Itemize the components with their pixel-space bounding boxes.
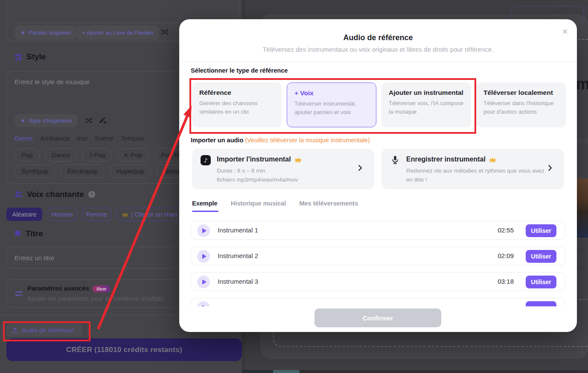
shuffle-icon[interactable] [161, 28, 169, 36]
inspired-lyrics-label: Paroles Inspirées [29, 29, 71, 36]
play-icon [202, 228, 207, 233]
play-icon [202, 279, 207, 285]
active-tab-underline [192, 211, 218, 212]
voice-male-button[interactable]: Homme [48, 208, 77, 221]
tag-electropop[interactable]: Électropop [60, 164, 105, 178]
play-icon [202, 305, 207, 306]
shuffle-icon[interactable] [85, 117, 93, 124]
library-tabs: Exemple Historique musical Mes téléverse… [192, 200, 358, 207]
record-instrumental-card[interactable]: Enregistrer instrumental Redonnez vie au… [381, 149, 564, 189]
background-text-fragment-2: me [577, 246, 588, 253]
play-button[interactable] [197, 250, 210, 263]
style-section-heading: Style [14, 52, 46, 62]
crown-icon [294, 156, 302, 162]
play-button[interactable] [197, 276, 210, 288]
track-row-3: Instrumental 3 03:18 Utiliser [191, 272, 565, 291]
microphone-icon [390, 155, 400, 164]
background-text-fragment-3: ur c [577, 255, 588, 262]
voice-random-button[interactable]: Aléatoire [6, 208, 42, 221]
reference-audio-modal: × Audio de référence Téléversez des inst… [179, 19, 577, 332]
tab-tempos[interactable]: Tempos [121, 135, 144, 142]
tab-example[interactable]: Exemple [192, 200, 218, 207]
inspired-lyrics-button[interactable]: Paroles Inspirées [15, 26, 77, 40]
use-button[interactable]: Utiliser [526, 224, 556, 237]
tab-music-history[interactable]: Historique musical [231, 200, 286, 207]
chevron-right-icon [546, 164, 554, 172]
add-to-lyricbook-button[interactable]: + Ajouter au Livre de Paroles [76, 26, 159, 40]
create-button[interactable]: CRÉER (118010 crédits restants) [6, 338, 242, 361]
track-row-4-partial [191, 298, 565, 306]
use-button[interactable] [526, 301, 556, 306]
advanced-settings-subtitle: Ajuster les paramètres pour de meilleurs… [27, 295, 163, 302]
background-heading-fragment: mu [576, 75, 588, 93]
tag-dance[interactable]: Dance [45, 148, 77, 162]
sliders-icon [14, 289, 23, 298]
use-button[interactable]: Utiliser [526, 276, 556, 288]
style-placeholder: Entrez le style de musique [15, 78, 90, 85]
modal-title: Audio de référence [179, 33, 577, 42]
app-root: Paroles Inspirées + Ajouter au Livre de … [0, 0, 588, 373]
bottom-strip-dark [242, 370, 273, 373]
background-outlined-button-2[interactable] [585, 6, 588, 24]
crown-icon [489, 156, 496, 162]
tag-synthpop[interactable]: Synthpop [15, 164, 55, 178]
modal-subtitle: Téléversez des instrumentaux ou voix ori… [179, 46, 577, 53]
new-badge: New [93, 285, 110, 292]
sparkle-icon [20, 118, 26, 123]
tab-genre[interactable]: Genre [15, 135, 33, 142]
track-row-1: Instrumental 1 02:55 Utiliser [191, 221, 565, 240]
crown-icon [122, 211, 128, 217]
tag-jpop[interactable]: J-Pop [82, 148, 112, 162]
edit-pen-icon[interactable] [99, 116, 107, 124]
tab-inst[interactable]: Inst [77, 135, 87, 142]
title-section-heading: Titre [14, 229, 43, 238]
sparkle-icon [20, 30, 26, 35]
type-section-label: Sélectionner le type de référence [191, 67, 288, 74]
style-category-tabs: Genre Ambiance Inst Scène Tempos [15, 135, 144, 142]
style-inspiration-button[interactable]: Style d'inspiration [15, 114, 77, 127]
divider [179, 62, 577, 62]
play-button[interactable] [197, 224, 210, 237]
bottom-strip [300, 370, 588, 373]
type-card-upload-local[interactable]: Téléverser localement Téléverser dans l'… [476, 82, 566, 127]
play-button[interactable] [197, 301, 210, 306]
dashed-line-fragment [578, 39, 588, 40]
tag-hyperpop[interactable]: Hyperpop [110, 164, 151, 178]
tag-kpop[interactable]: K-Pop [117, 148, 149, 162]
voice-female-button[interactable]: Femme [82, 208, 111, 221]
tab-my-uploads[interactable]: Mes téléversements [299, 200, 358, 207]
play-icon [202, 254, 207, 259]
style-grid-icon [14, 53, 22, 61]
import-instrumental-card[interactable]: ♪ Importer l'instrumental Durée : 6 s – … [192, 149, 374, 189]
tab-scene[interactable]: Scène [95, 135, 114, 142]
add-to-lyricbook-label: + Ajouter au Livre de Paroles [82, 29, 153, 36]
tab-ambiance[interactable]: Ambiance [40, 135, 70, 142]
use-button[interactable]: Utiliser [526, 250, 556, 263]
track-list: Instrumental 1 02:55 Utiliser Instrument… [191, 221, 565, 306]
chevron-right-icon [356, 164, 364, 172]
bookmark-icon [14, 230, 21, 238]
track-row-2: Instrumental 2 02:09 Utiliser [191, 247, 565, 265]
music-note-icon: ♪ [201, 155, 211, 165]
background-text-fragment-1: ur le [577, 137, 588, 144]
people-icon [14, 190, 23, 199]
background-cover-image [577, 179, 588, 238]
annotation-box-reference-button [3, 321, 90, 341]
tag-pop[interactable]: Pop [15, 148, 40, 162]
advanced-settings-title: Paramètres avancésNew [27, 285, 110, 292]
background-text-fragment-4: ète [577, 264, 588, 271]
annotation-box-type-cards [189, 78, 476, 134]
voice-section-heading: Voix chantante ? [14, 190, 95, 199]
confirm-button[interactable]: Confirmer [314, 308, 441, 327]
bottom-strip-teal [273, 370, 300, 373]
import-audio-hint: (Veuillez téléverser la musique instrume… [245, 137, 370, 144]
import-audio-label: Importer un audio (Veuillez téléverser l… [191, 137, 370, 144]
title-placeholder: Entrez un titre [15, 254, 54, 261]
help-icon[interactable]: ? [88, 191, 95, 198]
